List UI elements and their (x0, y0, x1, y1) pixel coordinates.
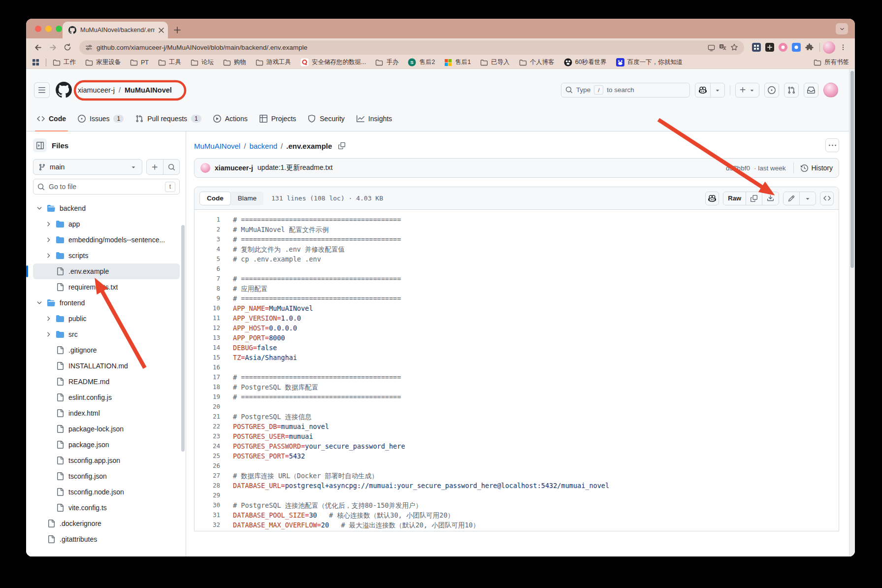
tree-item-embedding-models--sentence...[interactable]: embedding/models--sentence... (33, 232, 180, 248)
bookmark-item[interactable]: 售后1 (444, 58, 471, 66)
bookmark-item[interactable]: 游戏工具 (256, 58, 291, 66)
line-number[interactable]: 16 (195, 362, 220, 372)
add-file-button[interactable] (147, 160, 163, 174)
tree-item-.env.example[interactable]: .env.example (33, 263, 180, 279)
tab-overflow-chevron-icon[interactable] (836, 23, 848, 34)
tree-item-package-lock.json[interactable]: package-lock.json (33, 421, 180, 437)
tab-actions[interactable]: Actions (208, 106, 253, 131)
browser-profile-avatar[interactable] (823, 41, 835, 54)
bookmark-item[interactable]: PT (130, 59, 149, 66)
bookmark-item[interactable]: 手办 (375, 58, 398, 66)
extension-dark-icon[interactable] (765, 43, 774, 52)
line-number[interactable]: 27 (195, 471, 220, 481)
edit-button[interactable] (784, 192, 799, 205)
bookmark-item[interactable]: 安全储存您的数据... (300, 58, 366, 66)
page-scrollbar[interactable] (849, 69, 855, 556)
download-button[interactable] (762, 192, 779, 205)
chevron-right-icon[interactable] (45, 236, 52, 243)
tree-item-index.html[interactable]: index.html (33, 405, 180, 421)
tab-insights[interactable]: Insights (352, 106, 397, 131)
bookmark-item[interactable]: 工作 (53, 58, 76, 66)
line-number[interactable]: 4 (195, 244, 220, 254)
commit-author-avatar[interactable] (200, 163, 210, 173)
line-number[interactable]: 18 (195, 382, 220, 392)
create-new-button[interactable] (735, 83, 759, 98)
tree-item-.gitattributes[interactable]: .gitattributes (33, 531, 180, 547)
branch-selector[interactable]: main (33, 159, 142, 175)
line-number[interactable]: 13 (195, 333, 220, 343)
close-tab-icon[interactable] (159, 28, 164, 33)
raw-button[interactable]: Raw (723, 192, 746, 205)
hamburger-menu-button[interactable] (34, 82, 50, 98)
chevron-down-icon[interactable] (36, 205, 43, 212)
zoom-window-button[interactable] (56, 26, 62, 32)
chevron-right-icon[interactable] (45, 252, 52, 259)
line-number[interactable]: 12 (195, 323, 220, 333)
line-number[interactable]: 7 (195, 274, 220, 284)
line-number[interactable]: 15 (195, 353, 220, 362)
copilot-chevron-icon[interactable] (714, 87, 721, 94)
copilot-button[interactable] (695, 83, 725, 98)
bookmark-item[interactable]: 家里设备 (85, 58, 121, 66)
tab-code[interactable]: Code (32, 106, 71, 131)
line-number[interactable]: 30 (195, 500, 220, 510)
repo-link[interactable]: MuMuAINovel (125, 86, 172, 94)
tree-item-src[interactable]: src (33, 327, 180, 342)
pull-requests-header-button[interactable] (784, 83, 799, 98)
extension-grid-icon[interactable] (752, 43, 761, 52)
line-number[interactable]: 9 (195, 294, 220, 303)
commit-message[interactable]: update:1.更新readme.txt (258, 163, 333, 172)
line-number[interactable]: 11 (195, 313, 220, 323)
tree-item-app[interactable]: app (33, 216, 180, 232)
go-to-file-input[interactable]: Go to file t (33, 179, 180, 195)
line-number[interactable]: 6 (195, 264, 220, 274)
line-number[interactable]: 29 (195, 490, 220, 500)
tab-projects[interactable]: Projects (255, 106, 301, 131)
copy-path-icon[interactable] (338, 142, 345, 149)
owner-link[interactable]: xiamuceer-j (78, 86, 115, 94)
edit-dropdown-button[interactable] (799, 192, 816, 205)
line-number[interactable]: 21 (195, 412, 220, 422)
bookmark-item[interactable]: S售后2 (408, 58, 435, 66)
commit-hash[interactable]: d57bbf0 (726, 164, 750, 172)
minimize-window-button[interactable] (45, 26, 52, 32)
search-tree-button[interactable] (163, 160, 179, 174)
tab-pull-requests[interactable]: Pull requests1 (131, 106, 206, 131)
tree-item-tsconfig.json[interactable]: tsconfig.json (33, 468, 180, 484)
extension-blue-icon[interactable] (792, 43, 801, 52)
line-number[interactable]: 23 (195, 431, 220, 441)
tab-issues[interactable]: Issues1 (73, 106, 129, 131)
collapse-sidebar-button[interactable] (33, 138, 47, 152)
line-number[interactable]: 26 (195, 461, 220, 471)
line-number[interactable]: 14 (195, 343, 220, 353)
sidebar-scrollbar[interactable] (181, 225, 185, 452)
extension-pink-icon[interactable] (779, 43, 787, 52)
line-number[interactable]: 8 (195, 284, 220, 294)
tree-item-frontend[interactable]: frontend (33, 295, 180, 311)
line-number[interactable]: 20 (195, 402, 220, 412)
tree-item-scripts[interactable]: scripts (33, 248, 180, 263)
new-tab-button[interactable] (171, 24, 184, 36)
browser-menu-icon[interactable] (836, 40, 850, 54)
all-bookmarks[interactable]: 所有书签 (814, 58, 849, 66)
inbox-button[interactable] (804, 83, 818, 98)
url-bar[interactable]: github.com/xiamuceer-j/MuMuAINovel/blob/… (79, 40, 744, 55)
chevron-right-icon[interactable] (45, 315, 52, 322)
bookmark-item[interactable]: 工具 (158, 58, 181, 66)
github-logo-icon[interactable] (56, 82, 72, 98)
user-avatar[interactable] (823, 83, 838, 98)
bookmark-item[interactable]: 百度一下，你就知道 (616, 58, 683, 66)
tree-item-.dockerignore[interactable]: .dockerignore (33, 516, 180, 531)
chevron-right-icon[interactable] (45, 331, 52, 338)
line-number[interactable]: 10 (195, 303, 220, 313)
line-number[interactable]: 24 (195, 441, 220, 451)
line-number[interactable]: 22 (195, 422, 220, 431)
extensions-puzzle-icon[interactable] (805, 43, 814, 52)
bookmark-item[interactable]: 个人博客 (519, 58, 555, 66)
line-number[interactable]: 2 (195, 225, 220, 234)
tab-security[interactable]: Security (303, 106, 350, 131)
line-number[interactable]: 32 (195, 520, 220, 530)
breadcrumb-repo-link[interactable]: MuMuAINovel (194, 142, 240, 150)
line-number[interactable]: 3 (195, 234, 220, 244)
tree-item-README.md[interactable]: README.md (33, 374, 180, 390)
